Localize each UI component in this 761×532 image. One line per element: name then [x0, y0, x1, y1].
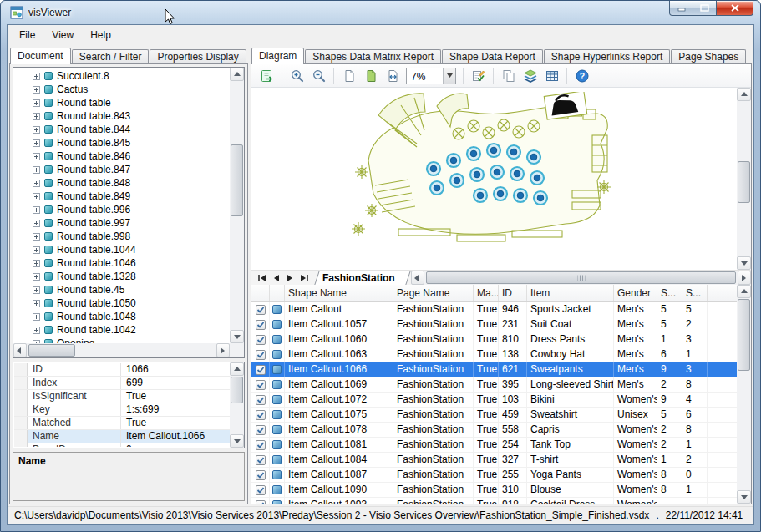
column-header-item[interactable]: Item [527, 285, 614, 301]
row-checkbox[interactable] [256, 410, 266, 420]
export-button[interactable] [257, 66, 276, 85]
table-row[interactable]: Item Callout.1087FashionStationTrue255Yo… [251, 468, 737, 483]
chevron-down-icon[interactable] [443, 68, 455, 84]
scroll-right-arrow[interactable] [738, 271, 751, 285]
round-table-shape[interactable] [534, 191, 547, 205]
tree-item[interactable]: Round table.1050 [14, 296, 230, 310]
expand-plus-icon[interactable] [33, 327, 40, 334]
minimize-button[interactable] [669, 1, 693, 16]
expand-plus-icon[interactable] [33, 73, 40, 80]
page-tab-fashionstation[interactable]: FashionStation [314, 271, 406, 286]
prev-page-button[interactable] [269, 271, 283, 285]
help-button[interactable]: ? [572, 66, 591, 85]
tab-page-shapes[interactable]: Page Shapes [671, 49, 746, 63]
tree-item[interactable]: Round table.1046 [14, 256, 230, 270]
tree-item[interactable]: Round table.845 [14, 136, 230, 149]
tree-item[interactable]: Cactus [14, 83, 230, 96]
checkbox-cell[interactable] [251, 468, 270, 482]
tree-item[interactable]: Round table [14, 96, 230, 109]
tree-item[interactable]: Round table.846 [14, 149, 230, 163]
round-table-shape[interactable] [494, 187, 507, 200]
checkbox-cell[interactable] [251, 362, 270, 377]
tree-item[interactable]: Round table.1328 [14, 270, 230, 283]
expand-plus-icon[interactable] [33, 86, 40, 94]
expand-plus-icon[interactable] [33, 300, 40, 307]
tab-shape-data-report[interactable]: Shape Data Report [442, 49, 543, 63]
tree-item[interactable]: Round table.848 [14, 176, 230, 190]
round-table-shape[interactable] [467, 147, 480, 160]
expand-plus-icon[interactable] [33, 313, 40, 321]
expand-plus-icon[interactable] [33, 286, 40, 294]
scroll-up-arrow[interactable] [230, 362, 244, 376]
row-checkbox[interactable] [256, 500, 266, 504]
column-header-page-name[interactable]: Page Name [393, 285, 474, 301]
scroll-up-arrow[interactable] [737, 88, 751, 101]
zoom-combobox[interactable]: 7% [406, 68, 456, 84]
tree-item[interactable]: Round table.997 [14, 216, 230, 230]
property-row[interactable]: IsSignificantTrue [14, 390, 230, 403]
round-table-shape[interactable] [507, 145, 520, 159]
tree-vscroll[interactable] [230, 68, 244, 343]
validate-button[interactable] [469, 66, 488, 85]
expand-plus-icon[interactable] [33, 180, 40, 187]
round-table-shape[interactable] [510, 167, 524, 180]
close-button[interactable] [716, 1, 753, 16]
menu-item-view[interactable]: View [43, 26, 82, 44]
column-header-select[interactable] [251, 285, 270, 301]
scroll-thumb[interactable] [231, 144, 243, 216]
column-header-s[interactable]: S... [682, 285, 708, 301]
scroll-right-arrow[interactable] [216, 343, 230, 357]
scroll-thumb[interactable] [426, 271, 736, 284]
row-checkbox[interactable] [256, 320, 266, 330]
table-row[interactable]: Item Callout.1066FashionStationTrue621Sw… [251, 362, 737, 377]
row-checkbox[interactable] [256, 440, 266, 450]
zoom-in-button[interactable] [287, 66, 307, 85]
property-row[interactable]: Key1:s:699 [14, 403, 230, 417]
title-bar[interactable]: visViewer [1, 1, 760, 24]
tree-item[interactable]: Opening [14, 337, 230, 343]
scroll-thumb[interactable] [28, 344, 75, 357]
expand-plus-icon[interactable] [33, 206, 40, 214]
tab-diagram[interactable]: Diagram [251, 48, 304, 64]
table-row[interactable]: Item Callout.1060FashionStationTrue810Dr… [251, 332, 737, 347]
row-checkbox[interactable] [256, 365, 266, 375]
last-page-button[interactable] [297, 271, 312, 285]
column-header-gender[interactable]: Gender [614, 285, 657, 301]
checkbox-cell[interactable] [251, 483, 270, 497]
column-header-shape-name[interactable]: Shape Name [285, 285, 393, 301]
checkbox-cell[interactable] [251, 408, 270, 422]
expand-plus-icon[interactable] [33, 273, 40, 281]
property-row[interactable]: MatchedTrue [14, 417, 230, 430]
row-checkbox[interactable] [256, 470, 266, 480]
menu-item-file[interactable]: File [11, 26, 43, 44]
tree-item[interactable]: Round table.45 [14, 283, 230, 296]
expand-plus-icon[interactable] [33, 193, 40, 200]
expand-plus-icon[interactable] [33, 220, 40, 227]
round-table-shape[interactable] [430, 181, 444, 195]
round-table-shape[interactable] [487, 144, 500, 157]
row-checkbox[interactable] [256, 395, 266, 405]
scroll-thumb[interactable] [738, 161, 750, 203]
property-row[interactable]: NameItem Callout.1066 [14, 430, 230, 443]
round-table-shape[interactable] [470, 168, 484, 181]
fit-page-button[interactable] [339, 66, 358, 85]
checkbox-cell[interactable] [251, 498, 270, 504]
tree-item[interactable]: Round table.847 [14, 163, 230, 176]
expand-plus-icon[interactable] [33, 139, 40, 147]
menu-item-help[interactable]: Help [82, 26, 119, 44]
checkbox-cell[interactable] [251, 332, 270, 347]
scroll-thumb[interactable] [231, 377, 243, 403]
checkbox-cell[interactable] [251, 423, 270, 437]
column-header-id[interactable]: ID [499, 285, 527, 301]
expand-plus-icon[interactable] [33, 166, 40, 174]
expand-plus-icon[interactable] [33, 126, 40, 134]
props-vscroll[interactable] [230, 362, 244, 448]
diagram-canvas[interactable] [251, 88, 751, 270]
round-table-shape[interactable] [427, 162, 440, 175]
checkbox-cell[interactable] [251, 393, 270, 407]
round-table-shape[interactable] [474, 189, 487, 202]
scroll-left-arrow[interactable] [411, 271, 424, 285]
expand-plus-icon[interactable] [33, 260, 40, 267]
table-row[interactable]: Item Callout.1081FashionStationTrue254Ta… [251, 438, 737, 453]
tree-item[interactable]: Round table.1044 [14, 243, 230, 256]
